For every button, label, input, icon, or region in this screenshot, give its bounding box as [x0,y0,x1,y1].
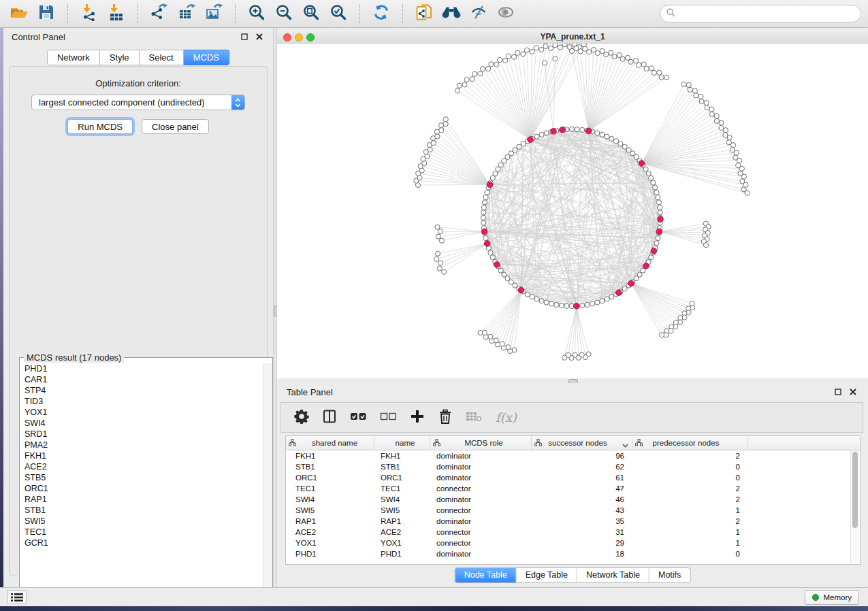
run-mcds-button[interactable]: Run MCDS [67,119,133,134]
delete-row-button[interactable] [438,409,453,427]
network-node[interactable] [745,191,750,195]
network-node[interactable] [688,87,692,92]
table-cell[interactable]: dominator [430,548,532,559]
table-cell[interactable]: SWI5 [374,505,430,516]
table-cell[interactable]: SWI4 [374,494,430,505]
mcds-hub-node[interactable] [481,229,487,235]
network-node[interactable] [612,54,617,59]
network-node[interactable] [595,131,600,135]
network-node[interactable] [549,301,553,306]
network-node[interactable] [428,147,432,152]
network-node[interactable] [534,46,539,50]
network-node[interactable] [530,49,534,54]
horizontal-splitter[interactable] [277,378,868,383]
mcds-hub-node[interactable] [487,182,493,188]
network-node[interactable] [438,261,443,265]
network-node[interactable] [658,210,662,215]
network-node[interactable] [435,225,440,229]
mcds-result-item[interactable]: PMA2 [20,440,263,450]
mcds-result-item[interactable]: ACE2 [20,461,263,472]
network-node[interactable] [554,302,559,307]
deselect-all-button[interactable] [380,409,397,427]
close-icon[interactable] [254,31,265,42]
network-node[interactable] [644,66,649,71]
mcds-hub-node[interactable] [528,137,534,143]
network-node[interactable] [595,300,600,305]
mcds-result-item[interactable]: ORC1 [20,483,263,494]
export-table-button[interactable] [174,3,199,24]
tab-edge-table[interactable]: Edge Table [516,568,577,582]
network-node[interactable] [656,195,660,199]
table-cell[interactable]: connector [430,527,532,538]
network-node[interactable] [490,176,495,180]
network-node[interactable] [515,50,520,55]
network-node[interactable] [664,75,669,80]
network-node[interactable] [521,142,526,146]
mcds-hub-node[interactable] [658,216,664,222]
table-cell[interactable]: 29 [532,538,632,548]
network-node[interactable] [641,62,646,67]
network-node[interactable] [439,128,444,133]
table-cell[interactable]: STB1 [374,461,430,472]
network-node[interactable] [600,299,605,303]
mcds-result-item[interactable]: TEC1 [20,527,263,538]
network-node[interactable] [539,132,544,137]
network-node[interactable] [620,56,625,61]
mcds-hub-node[interactable] [639,161,645,167]
network-node[interactable] [539,299,544,303]
hide-selected-button[interactable] [466,3,491,24]
network-node[interactable] [481,215,485,220]
network-node[interactable] [649,66,654,71]
network-node[interactable] [457,83,462,88]
network-node[interactable] [628,59,633,64]
network-node[interactable] [634,276,639,281]
table-cell[interactable]: 2 [632,483,748,494]
column-header-MCDS-role[interactable]: MCDS role [430,436,532,450]
network-node[interactable] [622,144,627,149]
column-header-shared-name[interactable]: shared name [286,436,374,450]
network-node[interactable] [719,125,724,130]
network-node[interactable] [580,303,585,308]
network-node[interactable] [422,161,427,166]
network-node[interactable] [656,200,661,205]
delete-table-button[interactable] [466,409,483,427]
network-node[interactable] [709,112,714,116]
network-node[interactable] [630,151,635,156]
network-node[interactable] [553,56,558,61]
network-canvas[interactable] [277,44,868,378]
mcds-hub-node[interactable] [616,290,622,296]
refresh-button[interactable] [369,3,393,24]
network-node[interactable] [513,148,517,152]
tab-network[interactable]: Network [47,50,100,65]
table-cell[interactable]: 62 [532,461,632,472]
network-node[interactable] [641,268,645,273]
table-cell[interactable]: dominator [430,516,532,527]
table-cell[interactable]: ACE2 [286,527,374,538]
network-node[interactable] [714,114,719,118]
network-node[interactable] [481,67,485,71]
network-node[interactable] [442,269,447,274]
table-cell[interactable]: 2 [632,450,748,461]
network-node[interactable] [699,99,704,104]
network-node[interactable] [436,234,440,239]
network-node[interactable] [600,132,605,137]
mcds-result-item[interactable]: TID3 [20,396,263,407]
column-header-predecessor-nodes[interactable]: predecessor nodes [632,436,748,450]
table-cell[interactable]: FKH1 [374,450,430,461]
network-window-titlebar[interactable]: YPA_prune.txt_1 [277,31,868,44]
network-node[interactable] [613,139,618,144]
network-node[interactable] [622,286,627,291]
tab-style[interactable]: Style [100,50,140,65]
network-node[interactable] [511,54,516,59]
network-node[interactable] [714,118,719,123]
network-node[interactable] [509,280,513,284]
network-node[interactable] [524,48,529,52]
network-node[interactable] [580,127,585,132]
network-node[interactable] [425,154,430,159]
network-node[interactable] [530,295,534,299]
network-node[interactable] [633,59,638,63]
network-node[interactable] [544,131,549,135]
mcds-result-item[interactable]: CAR1 [20,374,263,385]
table-row[interactable]: YOX1YOX1connector291 [286,538,860,548]
table-cell[interactable]: 47 [532,483,632,494]
